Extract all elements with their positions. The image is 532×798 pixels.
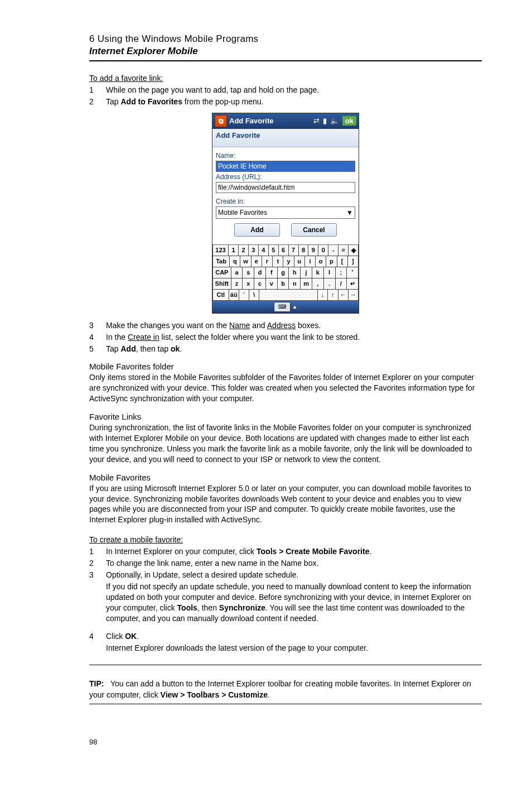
sip-key[interactable]: /: [336, 278, 347, 290]
name-label: Name:: [216, 152, 355, 160]
sip-key[interactable]: 8: [299, 245, 309, 256]
sip-key[interactable]: l: [324, 267, 336, 278]
sip-key[interactable]: 5: [269, 245, 279, 256]
sip-key[interactable]: =: [338, 245, 349, 256]
sip-key[interactable]: \: [249, 290, 259, 301]
sip-up-icon[interactable]: ▲: [292, 304, 298, 310]
sip-key[interactable]: j: [301, 267, 312, 278]
sip-key[interactable]: n: [289, 278, 301, 290]
fl-para: During synchronization, the list of favo…: [89, 422, 482, 465]
list-item: 3Make the changes you want on the Name a…: [89, 320, 482, 331]
sip-key[interactable]: y: [283, 256, 294, 267]
sip-key[interactable]: Ctl: [212, 290, 229, 301]
page-number: 98: [89, 738, 482, 746]
address-field[interactable]: [216, 182, 355, 193]
sip-key[interactable]: `: [239, 290, 249, 301]
sip-key[interactable]: t: [273, 256, 283, 267]
sip-key[interactable]: 2: [239, 245, 249, 256]
sip-key[interactable]: e: [252, 256, 262, 267]
sip-key[interactable]: 6: [279, 245, 289, 256]
sip-key[interactable]: m: [301, 278, 312, 290]
window-titlebar: ⧉ Add Favorite ⇄ ▮ 🔈 ok: [212, 113, 359, 129]
tip-text: You can add a button to the Internet Exp…: [89, 679, 471, 699]
sip-key[interactable]: g: [278, 267, 289, 278]
sip-key[interactable]: .: [324, 278, 336, 290]
sip-key[interactable]: áü: [229, 290, 239, 301]
sip-key[interactable]: b: [278, 278, 289, 290]
list-item: 1In Internet Explorer on your computer, …: [89, 546, 482, 557]
sip-key[interactable]: 4: [259, 245, 269, 256]
sip-key[interactable]: v: [266, 278, 278, 290]
sip-key[interactable]: ,: [312, 278, 324, 290]
sip-key[interactable]: →: [349, 290, 359, 301]
window-title: Add Favorite: [229, 117, 311, 125]
sip-key[interactable]: i: [305, 256, 316, 267]
soft-keyboard[interactable]: 1231234567890-=◆ Tabqwertyuiop[] CAPasdf…: [212, 244, 359, 313]
create-mobile-heading: To create a mobile favorite:: [89, 535, 482, 544]
add-button[interactable]: Add: [234, 223, 280, 237]
name-field[interactable]: [216, 161, 355, 172]
chevron-down-icon: ▼: [346, 209, 353, 217]
createin-select[interactable]: Mobile Favorites ▼: [216, 206, 355, 219]
keyboard-icon[interactable]: ⌨: [274, 302, 291, 312]
dialog-header: Add Favorite: [212, 129, 359, 147]
step-2: 2 Tap Add to Favorites from the pop-up m…: [89, 97, 482, 107]
address-label: Address (URL):: [216, 173, 355, 181]
tip-bottom-rule: [89, 704, 482, 704]
mff-para: Only items stored in the Mobile Favorite…: [89, 372, 482, 404]
sip-key[interactable]: ;: [336, 267, 347, 278]
signal-icon[interactable]: ▮: [323, 117, 327, 125]
sip-key[interactable]: o: [316, 256, 326, 267]
sip-key[interactable]: 0: [318, 245, 328, 256]
sip-key[interactable]: CAP: [212, 267, 231, 278]
sip-toggle-bar[interactable]: ⌨ ▲: [212, 301, 359, 313]
speaker-icon[interactable]: 🔈: [330, 117, 339, 125]
sip-key[interactable]: 123: [212, 245, 229, 256]
sip-key[interactable]: ◆: [349, 245, 359, 256]
sip-key[interactable]: a: [231, 267, 243, 278]
sip-key[interactable]: f: [266, 267, 278, 278]
list-item: 2To change the link name, enter a new na…: [89, 558, 482, 569]
sip-key[interactable]: p: [326, 256, 337, 267]
list-item: 4Click OK.: [89, 631, 482, 642]
sip-key[interactable]: -: [328, 245, 338, 256]
sip-key[interactable]: ]: [348, 256, 359, 267]
step4-subtext: Internet Explorer downloads the latest v…: [106, 643, 482, 653]
after-shot-steps: 3Make the changes you want on the Name a…: [89, 320, 482, 354]
sip-key[interactable]: ': [347, 267, 359, 278]
ok-button[interactable]: ok: [342, 116, 356, 126]
list-item: 3Optionally, in Update, select a desired…: [89, 570, 482, 580]
sip-key[interactable]: z: [231, 278, 243, 290]
sip-key[interactable]: w: [240, 256, 251, 267]
sip-key[interactable]: d: [254, 267, 266, 278]
create-mobile-steps: 1In Internet Explorer on your computer, …: [89, 546, 482, 580]
sip-key[interactable]: s: [243, 267, 254, 278]
cancel-button[interactable]: Cancel: [291, 223, 337, 237]
sip-key[interactable]: Tab: [212, 256, 230, 267]
sip-key[interactable]: u: [294, 256, 305, 267]
sip-key[interactable]: q: [230, 256, 240, 267]
step3-subtext: If you did not specify an update schedul…: [106, 581, 482, 624]
sip-key[interactable]: r: [262, 256, 273, 267]
sip-key[interactable]: Shift: [212, 278, 231, 290]
sip-key[interactable]: c: [254, 278, 266, 290]
sip-key[interactable]: 9: [308, 245, 318, 256]
header-title: Internet Explorer Mobile: [89, 46, 482, 57]
step-1: 1 While on the page you want to add, tap…: [89, 85, 482, 95]
sip-key[interactable]: k: [312, 267, 324, 278]
start-flag-icon[interactable]: ⧉: [215, 115, 227, 127]
tip-block: TIP: You can add a button to the Interne…: [89, 675, 482, 704]
sip-key[interactable]: ↓: [318, 290, 328, 301]
sip-key[interactable]: 7: [289, 245, 299, 256]
sip-key[interactable]: [259, 290, 318, 301]
sip-key[interactable]: ←: [338, 290, 349, 301]
sip-key[interactable]: 1: [229, 245, 239, 256]
connectivity-icon[interactable]: ⇄: [313, 117, 320, 125]
sip-key[interactable]: 3: [249, 245, 259, 256]
sip-key[interactable]: h: [289, 267, 301, 278]
sip-key[interactable]: ↑: [328, 290, 338, 301]
sip-key[interactable]: ↵: [347, 278, 359, 290]
fl-title: Favorite Links: [89, 412, 482, 421]
sip-key[interactable]: x: [243, 278, 254, 290]
sip-key[interactable]: [: [337, 256, 348, 267]
